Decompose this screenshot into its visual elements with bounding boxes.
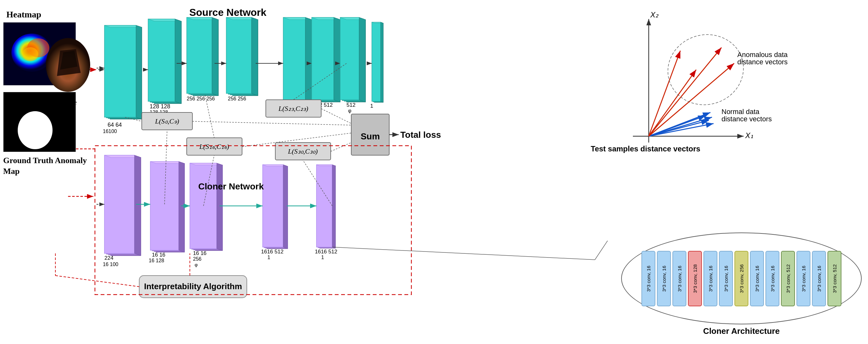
svg-rect-3: [104, 25, 136, 117]
svg-line-132: [303, 160, 332, 206]
svg-text:512 512 512: 512 512 512: [285, 102, 315, 108]
main-container: 64 64 16100 128 128 128 128 256 256 256: [0, 0, 868, 344]
arch-block-6: 3*3 conv, 256: [735, 251, 748, 306]
svg-marker-79: [217, 163, 222, 251]
svg-rect-2: [106, 26, 138, 118]
svg-text:256: 256: [193, 256, 202, 262]
svg-marker-35: [305, 18, 312, 102]
svg-text:φ: φ: [195, 262, 198, 267]
svg-rect-1: [108, 27, 140, 118]
svg-text:L(S₂₃,C₂₃): L(S₂₃,C₂₃): [278, 105, 308, 112]
svg-rect-104: [275, 143, 331, 160]
svg-line-146: [55, 276, 139, 287]
svg-marker-12: [148, 19, 181, 21]
svg-rect-39: [314, 18, 336, 101]
heatmap-label: Heatmap: [6, 9, 92, 20]
cloner-arch-label: Cloner Architecture: [621, 326, 862, 336]
gt-image: [3, 92, 76, 152]
svg-text:L(S₃₀,C₃₀): L(S₃₀,C₃₀): [288, 147, 318, 155]
svg-rect-138: [95, 146, 411, 294]
svg-rect-69: [150, 162, 179, 250]
svg-rect-84: [266, 166, 286, 248]
svg-text:512 512: 512 512: [313, 102, 333, 108]
svg-rect-31: [287, 19, 309, 102]
svg-text:φ: φ: [348, 108, 351, 113]
svg-line-153: [649, 112, 710, 136]
svg-rect-23: [232, 20, 258, 96]
svg-text:64 64: 64 64: [107, 122, 122, 128]
svg-rect-40: [312, 18, 334, 100]
svg-rect-67: [154, 163, 183, 252]
arch-block-4: 3*3 conv, 16: [704, 251, 717, 306]
svg-marker-41: [312, 18, 340, 20]
svg-rect-0: [110, 27, 142, 119]
svg-line-136: [331, 143, 351, 151]
svg-rect-77: [190, 163, 217, 249]
svg-marker-27: [226, 18, 258, 20]
svg-text:distance vectors: distance vectors: [721, 115, 772, 123]
svg-text:Interpretability Algorithm: Interpretability Algorithm: [144, 282, 242, 291]
svg-marker-34: [283, 18, 312, 20]
svg-rect-11: [148, 19, 175, 102]
svg-text:Cloner Network: Cloner Network: [198, 181, 264, 191]
svg-rect-76: [192, 164, 219, 249]
svg-marker-70: [150, 162, 185, 164]
svg-rect-59: [108, 157, 138, 255]
arch-block-12: 3*3 conv, 512: [828, 251, 841, 306]
svg-marker-62: [104, 155, 141, 157]
svg-line-157: [649, 70, 696, 136]
svg-marker-49: [359, 18, 366, 102]
sample-image: Sample: [44, 35, 92, 95]
svg-rect-86: [262, 165, 283, 247]
svg-line-130: [204, 155, 214, 206]
svg-text:128 128: 128 128: [150, 103, 170, 110]
svg-rect-16: [193, 20, 218, 96]
svg-rect-38: [316, 19, 338, 102]
svg-text:L(S₀,C₉): L(S₀,C₉): [155, 117, 179, 125]
arch-block-2: 3*3 conv, 16: [673, 251, 686, 306]
svg-rect-53: [373, 23, 382, 102]
left-panel: Heatmap: [3, 9, 92, 155]
svg-rect-26: [226, 18, 252, 93]
svg-text:16100: 16100: [103, 128, 117, 134]
svg-line-159: [649, 63, 734, 136]
svg-point-180: [18, 111, 53, 149]
cloner-arch-panel: 3*3 conv, 16 3*3 conv, 16 3*3 conv, 16 3…: [621, 232, 862, 336]
svg-text:1: 1: [268, 255, 270, 260]
svg-rect-9: [152, 21, 179, 103]
svg-line-171: [595, 241, 608, 260]
arch-oval-container: 3*3 conv, 16 3*3 conv, 16 3*3 conv, 16 3…: [621, 232, 862, 324]
svg-text:16 128: 16 128: [149, 258, 164, 263]
svg-line-135: [321, 109, 351, 123]
svg-marker-42: [334, 18, 340, 102]
arch-block-5: 3*3 conv, 16: [719, 251, 733, 306]
svg-point-175: [23, 47, 38, 61]
svg-text:Sum: Sum: [361, 132, 380, 141]
svg-marker-55: [372, 22, 383, 23]
svg-text:Anomalous data: Anomalous data: [737, 51, 788, 59]
svg-rect-44: [346, 20, 366, 102]
svg-rect-30: [289, 20, 312, 102]
svg-marker-63: [134, 155, 141, 256]
svg-rect-74: [195, 165, 222, 251]
svg-line-129: [205, 95, 214, 138]
svg-text:16 16: 16 16: [152, 252, 165, 258]
svg-line-128: [164, 130, 167, 204]
arch-block-8: 3*3 conv, 16: [766, 251, 779, 306]
svg-marker-88: [283, 165, 288, 249]
svg-rect-61: [104, 155, 134, 253]
arch-block-9: 3*3 conv, 512: [781, 251, 795, 306]
svg-text:256 256: 256 256: [228, 96, 246, 102]
svg-marker-94: [316, 165, 335, 166]
svg-marker-56: [381, 22, 383, 102]
svg-rect-47: [340, 18, 359, 100]
svg-rect-58: [111, 157, 141, 256]
svg-rect-68: [152, 162, 181, 251]
svg-rect-32: [285, 18, 308, 101]
svg-rect-19: [187, 18, 212, 93]
svg-text:L(S₁₆,C₁₆): L(S₁₆,C₁₆): [199, 143, 229, 150]
svg-line-156: [649, 51, 680, 136]
svg-marker-78: [190, 163, 222, 165]
svg-text:Normal data: Normal data: [721, 108, 760, 116]
svg-rect-111: [139, 276, 247, 298]
